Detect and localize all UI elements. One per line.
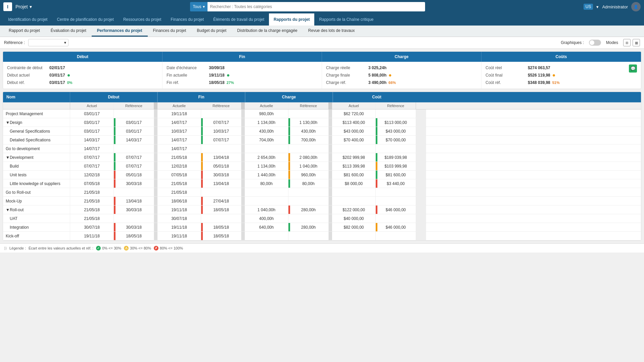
value: 30/09/18 [209,65,225,70]
cell-name: Go to development [3,144,70,153]
summary-header-couts: Coûts [481,52,641,62]
cell-fin-actuelle: 21/05/18 [157,179,201,188]
cell-debut-actuel: 07/07/17 [70,162,114,170]
table-row: Detailed Specifications 14/03/17 14/03/1… [3,136,641,144]
status-badge-green: ● [67,72,71,78]
table-header-debut: Début [70,92,157,102]
value: 03/01/17 [49,73,65,78]
col-divider [154,179,157,188]
summary-debut-col: Contrainte de début 02/01/17 Début actue… [3,62,163,89]
col-divider [329,153,332,162]
col-divider [154,206,157,214]
col-divider [329,232,332,240]
cell-debut-ref: 07/07/17 [114,162,154,170]
subnav-performances[interactable]: Performances du projet [92,26,148,37]
cell-cout-actuel: $62 720,00 [332,109,376,118]
cell-charge-actuelle: 1 134,00h [245,118,288,127]
col-divider [329,171,332,179]
summary-row: Coût réf. $348 039,98 51% [486,79,626,86]
nav-ressources[interactable]: Ressources du projet [119,13,166,26]
col-divider [329,179,332,188]
col-divider [154,162,157,170]
search-category-dropdown[interactable]: Tous ▾ [190,2,207,11]
subnav-revue[interactable]: Revue des lots de travaux [303,26,360,37]
nav-finances[interactable]: Finances du projet [166,13,209,26]
col-divider [241,109,245,118]
cell-cout-ref [376,144,416,153]
cell-scroll-space [416,162,426,170]
cell-cout-actuel: $43 000,00 [332,127,376,135]
chevron-down-icon: ▾ [30,4,32,9]
cell-scroll-space [416,179,426,188]
user-region[interactable]: US [584,4,593,10]
cell-debut-ref: 30/03/18 [114,206,154,214]
cell-charge-ref: 2 080,00h [288,153,329,162]
cell-scroll-space [416,214,426,223]
cell-scroll-space [416,232,426,240]
graphiques-toggle[interactable] [589,40,601,46]
col-divider [241,162,245,170]
legend-green: ✓ 0% <= 30% [96,246,121,251]
nav-planification[interactable]: Centre de planification du projet [52,13,118,26]
col-divider [241,232,245,240]
row-name: Mock-Up [6,199,22,203]
cell-fin-ref: 30/03/18 [201,171,241,179]
nav-identification[interactable]: Identification du projet [3,13,52,26]
cell-name: Unit tests [3,171,70,179]
subheader-charge-actuelle: Actuelle [245,102,288,109]
mode-table-icon[interactable]: ⊞ [623,39,631,46]
project-menu[interactable]: Projet ▾ [15,4,32,9]
table-header: Nom Début Fin Charge Coût [3,92,641,102]
subnav-budget[interactable]: Budget du projet [191,26,232,37]
summary-row: Contrainte de début 02/01/17 [7,64,158,71]
cell-fin-ref: 07/07/17 [201,136,241,144]
col-divider [329,136,332,144]
summary-row: Début réf. 03/01/17 0% [7,79,158,86]
cell-fin-actuelle: 19/11/18 [157,223,201,231]
mode-chart-icon[interactable]: ▦ [633,39,640,46]
row-name: Go to development [6,146,40,151]
nav-rapports[interactable]: Rapports du projet [269,13,314,26]
cell-cout-ref: $46 000,00 [376,206,416,214]
row-name: Project Management [6,111,43,116]
cell-cout-ref: $70 000,00 [376,136,416,144]
summary-fin-col: Date d'échéance 30/09/18 Fin actuelle 19… [163,62,322,89]
table-header-nom: Nom [3,92,70,102]
cell-fin-ref: 10/03/17 [201,127,241,135]
label: Fin actuelle [167,73,207,78]
legend-expand-icon[interactable]: ⟩⟩ [4,246,7,251]
row-name: Little knowledge of suppliers [10,181,60,186]
cell-fin-actuelle: 30/07/18 [157,214,201,223]
nav-elements[interactable]: Éléments de travail du projet [209,13,269,26]
cell-scroll-space [416,188,426,196]
subnav-finances[interactable]: Finances du projet [148,26,192,37]
cell-name: Go to Roll-out [3,188,70,196]
subnav-distribution[interactable]: Distribution de la charge engagée [232,26,303,37]
col-divider [154,232,157,240]
cell-cout-actuel: $113 399,98 [332,162,376,170]
chat-icon[interactable]: 💬 [629,64,637,73]
subnav-evaluation[interactable]: Évaluation du projet [45,26,92,37]
col-div [154,102,157,109]
reference-label: Référence : [4,40,25,45]
table-row: Build 07/07/17 07/07/17 12/02/18 05/01/1… [3,162,641,171]
value: 19/11/18 [209,73,225,78]
cell-fin-ref: 07/07/17 [201,118,241,127]
nav-chaine[interactable]: Rapports de la Chaîne critique [314,13,378,26]
reference-dropdown[interactable]: ▾ [28,39,68,46]
graphiques-label: Graphiques : [561,40,584,45]
subnav-rapport[interactable]: Rapport du projet [3,26,45,37]
cell-name: ▼ Development [3,153,70,162]
search-input[interactable] [208,2,425,11]
summary-row: Date d'échéance 30/09/18 [167,64,318,71]
col-divider [241,171,245,179]
col-div [329,102,332,109]
cell-scroll-space [416,171,426,179]
table-row: UAT 21/05/18 30/07/18 400,00h $40 000,00 [3,214,641,223]
col-div [241,102,245,109]
summary-row: Charge réf. 3 490,00h 66% [326,79,477,86]
cell-fin-ref [201,214,241,223]
cell-debut-ref: 05/01/18 [114,171,154,179]
cell-debut-ref: 30/03/18 [114,223,154,231]
cell-cout-ref [376,197,416,205]
